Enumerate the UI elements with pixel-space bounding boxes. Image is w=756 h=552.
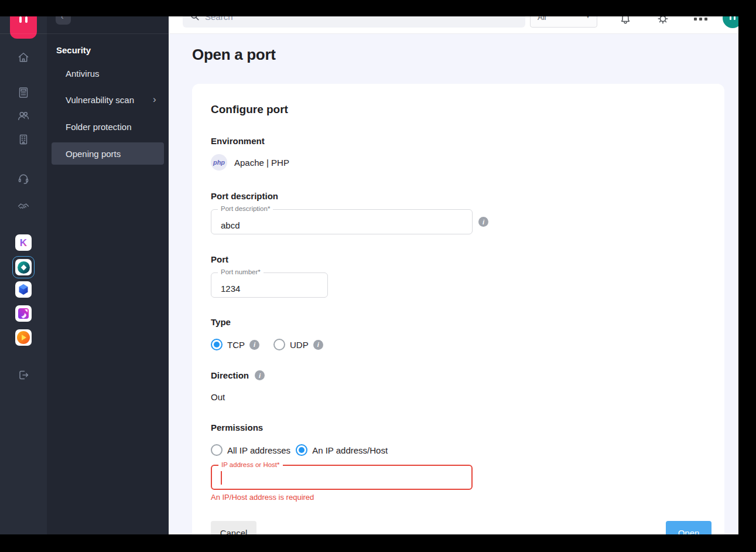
direction-info-icon[interactable] [255,370,265,380]
ip-host-input[interactable] [212,466,471,489]
app-tile-media[interactable] [15,329,32,346]
all-ip-radio[interactable] [211,444,223,456]
card-heading: Configure port [211,103,288,116]
sidebar-section-title: Security [56,45,91,55]
home-icon[interactable] [17,51,30,64]
type-label: Type [211,317,231,327]
app-window: K [0,0,756,552]
sidebar-header-divider [0,33,169,34]
app-tile-phone[interactable] [15,305,32,322]
users-icon[interactable] [17,110,30,122]
letterbox-bottom [0,534,756,552]
tcp-radio[interactable] [211,339,223,350]
security-sidebar: Security Antivirus Vulnerability scan › … [47,0,169,552]
all-ip-radio-label: All IP addresses [227,445,290,455]
logout-icon[interactable] [17,369,30,381]
udp-radio[interactable] [273,339,285,350]
current-app-logo [15,259,32,275]
port-number-input[interactable] [211,273,327,297]
ip-host-field[interactable]: IP address or Host* [211,465,473,490]
direction-value: Out [211,392,225,402]
sidebar-item-antivirus[interactable]: Antivirus [52,62,164,84]
permissions-radio-group: All IP addresses An IP address/Host [211,444,388,456]
ip-host-radio-label: An IP address/Host [312,445,388,455]
sidebar-item-vulnerability-scan[interactable]: Vulnerability scan › [52,88,164,111]
ip-host-error-message: An IP/Host address is required [211,493,314,502]
more-menu-icon[interactable] [694,18,707,21]
letterbox-right [738,0,756,552]
sidebar-item-opening-ports[interactable]: Opening ports [52,142,164,165]
calculator-icon[interactable] [17,86,30,99]
port-label: Port [211,254,228,264]
tcp-info-icon[interactable] [249,340,259,350]
app-tile-current-selected[interactable] [12,256,35,278]
environment-value: Apache | PHP [234,158,289,168]
environment-label: Environment [211,136,265,146]
app-tile-cube[interactable] [15,281,32,298]
app-tile-k[interactable]: K [15,234,32,251]
svg-text:K: K [20,237,28,248]
text-caret [221,471,222,485]
sidebar-item-folder-protection[interactable]: Folder protection [52,115,164,138]
php-badge-icon: php [211,154,227,171]
configure-port-card: Configure port Environment php Apache | … [192,84,724,552]
port-description-input[interactable] [211,210,472,234]
port-number-field[interactable]: Port number* [211,272,328,298]
tcp-radio-label: TCP [227,340,245,350]
main-content: Open a port Configure port Environment p… [169,34,756,552]
headset-icon[interactable] [17,172,30,185]
port-description-label: Port description [211,191,278,201]
ip-host-radio[interactable] [296,444,307,456]
icon-rail: K [0,0,47,552]
handshake-icon[interactable] [17,200,30,213]
port-description-info-icon[interactable] [478,217,488,227]
udp-info-icon[interactable] [313,340,323,350]
letterbox-top [0,0,756,16]
building-icon[interactable] [17,133,30,146]
direction-label: Direction [211,370,249,380]
chevron-right-icon: › [153,94,156,104]
udp-radio-label: UDP [290,340,309,350]
direction-row: Direction [211,370,265,380]
permissions-label: Permissions [211,422,263,432]
port-description-field[interactable]: Port description* [211,209,473,234]
type-radio-group: TCP UDP [211,339,323,350]
page-title: Open a port [192,46,276,64]
